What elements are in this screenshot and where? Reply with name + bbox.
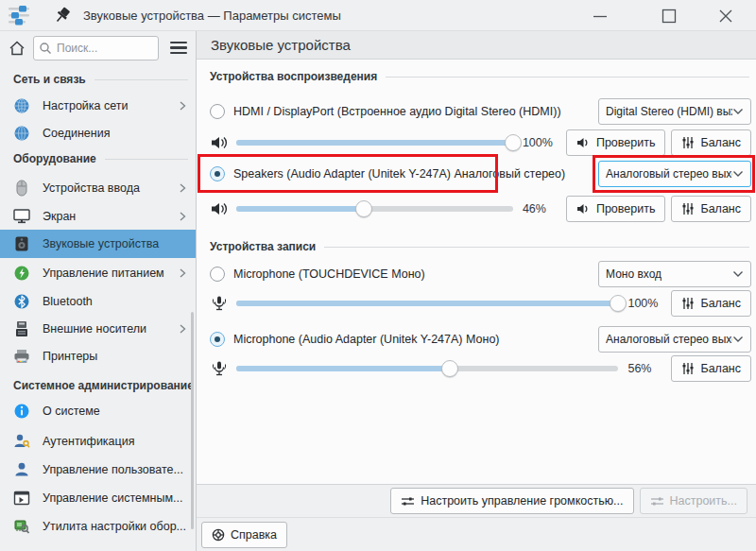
speaker-volume-icon [210,134,229,151]
maximize-button[interactable] [653,0,685,31]
volume-slider-hdmi[interactable] [236,129,513,156]
test-button-hdmi[interactable]: Проверить [566,129,666,156]
chevron-down-icon [732,270,744,278]
sidebar-section-network: Сеть и связь [13,71,188,88]
sidebar-item-system-services[interactable]: Управление системным... [0,484,196,512]
sidebar-item-power[interactable]: Управление питанием [0,259,196,287]
slider-handle[interactable] [441,360,458,377]
slider-handle[interactable] [610,295,627,312]
search-icon [39,42,52,55]
globe-icon [13,97,30,114]
auth-user-key-icon [13,433,30,450]
sidebar-item-user-management[interactable]: Управление пользовате... [0,456,196,484]
balance-button-mic-touchdevice[interactable]: Баланс [671,290,751,317]
volume-value-speakers: 46% [523,202,557,215]
profile-combo-mic-touchdevice[interactable]: Моно вход [598,261,751,287]
balance-button-mic-adapter[interactable]: Баланс [671,355,751,382]
sidebar-item-display[interactable]: Экран [0,202,196,231]
close-button[interactable] [710,0,742,31]
home-button[interactable] [5,36,29,60]
chevron-right-icon [178,182,187,194]
playback-section-header: Устройства воспроизведения [210,68,749,85]
configure-sliders-icon [401,495,415,508]
sidebar-item-input-devices[interactable]: Устройства ввода [0,174,196,202]
device-row-mic-adapter: Microphone (Audio Adapter (Unitek Y-247A… [210,326,751,353]
balance-button-speakers[interactable]: Баланс [671,196,751,222]
profile-combo-speakers[interactable]: Аналоговый стерео выход + | [598,161,751,187]
sidebar-item-hardware-utility[interactable]: Утилита настройки обор... [0,512,196,541]
test-button-speakers[interactable]: Проверить [566,196,666,222]
printer-icon [13,348,30,365]
slider-handle[interactable] [505,134,522,151]
minimize-button[interactable] [584,0,616,31]
help-icon [212,528,225,542]
sidebar-item-network-settings[interactable]: Настройка сети [0,92,196,120]
volume-value-hdmi: 100% [523,136,557,149]
menu-button[interactable] [166,36,191,60]
radio-mic-touchdevice[interactable] [210,267,225,282]
recording-section-header: Устройства записи [210,238,749,255]
device-name-mic-adapter: Microphone (Audio Adapter (Unitek Y-247A… [233,333,500,346]
slider-fill [236,140,513,146]
speaker-icon [576,202,591,215]
page-header: Звуковые устройства [197,31,756,60]
sidebar-item-removable-media[interactable]: Внешние носители [0,315,196,343]
volume-value-mic-adapter: 56% [627,362,662,375]
chevron-down-icon [732,170,744,178]
device-name-hdmi: HDMI / DisplayPort (Встроенное аудио Dig… [233,105,561,118]
mouse-icon [13,180,30,197]
slider-fill [236,366,450,371]
window-title: Звуковые устройства — Параметры системы [83,9,341,23]
sidebar-toolbar [0,31,196,64]
sidebar-item-authentication[interactable]: Аутентификация [0,427,196,456]
titlebar: Звуковые устройства — Параметры системы [0,0,756,31]
main-panel: Звуковые устройства Устройства воспроизв… [196,31,756,551]
panel-footer: Настроить управление громкостью... Настр… [197,484,756,517]
help-button[interactable]: Справка [201,522,287,548]
volume-slider-mic-adapter[interactable] [236,355,618,382]
slider-fill [236,206,364,212]
devices-scroll-area: Устройства воспроизведения HDMI / Displa… [197,60,756,484]
info-icon [13,403,30,420]
device-name-speakers: Speakers (Audio Adapter (Unitek Y-247A) … [233,167,565,181]
sidebar-item-bluetooth[interactable]: Bluetooth [0,287,196,316]
sidebar: Сеть и связь Настройка сети Соединения О… [0,64,196,551]
radio-mic-adapter[interactable] [210,332,225,347]
system-settings-window: Звуковые устройства — Параметры системы [0,0,756,551]
device-row-speakers: Speakers (Audio Adapter (Unitek Y-247A) … [210,161,751,187]
volume-row-mic-touchdevice: 100% Баланс [210,290,751,317]
system-window-icon [13,490,30,507]
speaker-icon [576,136,591,149]
balance-sliders-icon [681,297,695,310]
sidebar-item-audio[interactable]: Звуковые устройства [0,230,196,258]
profile-combo-mic-adapter[interactable]: Аналоговый стерео выход + | [598,326,751,353]
page-title: Звуковые устройства [211,37,351,53]
chevron-right-icon [178,100,187,112]
configure-volume-button[interactable]: Настроить управление громкостью... [390,488,633,514]
help-bar: Справка [197,517,756,551]
sidebar-item-about-system[interactable]: О системе [0,397,196,425]
balance-sliders-icon [681,202,695,215]
volume-value-mic-touchdevice: 100% [627,297,662,310]
power-icon [13,265,30,282]
volume-slider-mic-touchdevice[interactable] [236,290,618,317]
radio-hdmi[interactable] [210,104,225,119]
hardware-utility-icon [13,518,30,535]
sidebar-item-printers[interactable]: Принтеры [0,342,196,370]
balance-button-hdmi[interactable]: Баланс [671,129,751,156]
chevron-down-icon [732,108,744,115]
sidebar-scrollbar[interactable] [191,312,194,529]
sidebar-section-hardware: Оборудование [13,150,188,167]
slider-handle[interactable] [355,200,372,217]
configure-button-disabled: Настроить... [640,488,748,514]
sidebar-item-connections[interactable]: Соединения [0,119,196,147]
monitor-icon [13,208,30,225]
radio-speakers[interactable] [210,166,225,181]
chevron-right-icon [178,323,187,335]
volume-slider-speakers[interactable] [236,196,513,222]
chevron-down-icon [732,336,744,343]
volume-row-speakers: 46% Проверить [210,196,751,222]
balance-sliders-icon [681,362,695,375]
profile-combo-hdmi[interactable]: Digital Stereo (HDMI) выход [598,98,751,125]
speaker-icon [13,235,30,252]
